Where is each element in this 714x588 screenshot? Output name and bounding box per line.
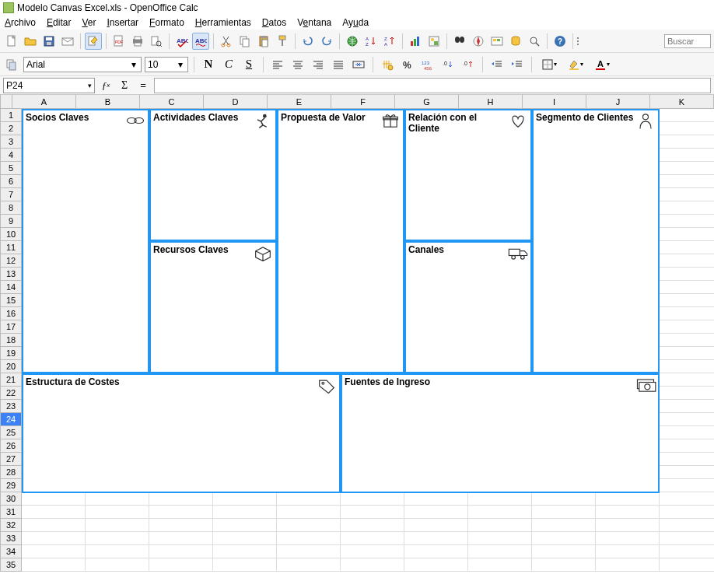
cell[interactable] — [596, 492, 660, 506]
cell[interactable] — [341, 387, 404, 400]
name-box[interactable]: P24▾ — [3, 78, 95, 93]
cell[interactable] — [22, 307, 86, 320]
cell[interactable] — [660, 373, 714, 387]
cell[interactable] — [149, 228, 213, 241]
cell[interactable] — [404, 228, 468, 241]
cell[interactable] — [149, 162, 213, 175]
cell[interactable] — [149, 413, 213, 426]
cell[interactable] — [596, 360, 660, 373]
cell[interactable] — [22, 492, 86, 506]
cell[interactable] — [404, 466, 468, 479]
cell[interactable] — [277, 347, 341, 360]
cell[interactable] — [213, 281, 277, 294]
cell[interactable] — [341, 122, 404, 135]
cell[interactable] — [341, 479, 404, 492]
cell[interactable] — [341, 453, 404, 466]
cell[interactable] — [596, 347, 660, 360]
cell[interactable] — [532, 373, 596, 387]
cell[interactable] — [341, 439, 404, 453]
row-header[interactable]: 19 — [0, 347, 22, 360]
cell[interactable] — [86, 228, 149, 241]
column-header[interactable]: G — [395, 95, 459, 109]
column-header[interactable]: A — [12, 95, 76, 109]
row-header[interactable]: 17 — [0, 320, 22, 334]
cell[interactable] — [468, 109, 532, 122]
row-header[interactable]: 15 — [0, 294, 22, 307]
cell[interactable] — [341, 426, 404, 439]
cell[interactable] — [277, 492, 341, 506]
cell[interactable] — [341, 201, 404, 215]
cell[interactable] — [532, 294, 596, 307]
menu-insertar[interactable]: Insertar — [107, 17, 138, 28]
edit-icon[interactable] — [85, 33, 102, 50]
cell[interactable] — [213, 360, 277, 373]
cell[interactable] — [660, 228, 714, 241]
navigator-icon[interactable] — [470, 33, 487, 50]
cell[interactable] — [86, 400, 149, 413]
cell[interactable] — [660, 294, 714, 307]
cell[interactable] — [277, 387, 341, 400]
cell[interactable] — [149, 519, 213, 532]
cell[interactable] — [341, 162, 404, 175]
cell[interactable] — [22, 387, 86, 400]
cell[interactable] — [404, 519, 468, 532]
cell[interactable] — [213, 109, 277, 122]
cell[interactable] — [213, 439, 277, 453]
column-header[interactable]: D — [204, 95, 268, 109]
cell[interactable] — [86, 439, 149, 453]
cell[interactable] — [341, 466, 404, 479]
cell[interactable] — [468, 294, 532, 307]
column-header[interactable]: C — [140, 95, 204, 109]
cell[interactable] — [596, 466, 660, 479]
cell[interactable] — [468, 149, 532, 162]
cell[interactable] — [213, 122, 277, 135]
align-left-icon[interactable] — [269, 56, 286, 73]
row-header[interactable]: 27 — [0, 453, 22, 466]
row-header[interactable]: 21 — [0, 373, 22, 387]
cell[interactable] — [277, 439, 341, 453]
cell[interactable] — [532, 466, 596, 479]
cell[interactable] — [213, 228, 277, 241]
cell[interactable] — [213, 387, 277, 400]
cell[interactable] — [468, 188, 532, 201]
align-center-icon[interactable] — [289, 56, 306, 73]
cell[interactable] — [149, 479, 213, 492]
cell[interactable] — [532, 453, 596, 466]
cell[interactable] — [404, 109, 468, 122]
cell[interactable] — [213, 241, 277, 254]
cell[interactable] — [596, 228, 660, 241]
cell[interactable] — [532, 426, 596, 439]
cell[interactable] — [468, 479, 532, 492]
cell[interactable] — [660, 492, 714, 506]
cell[interactable] — [149, 135, 213, 149]
row-header[interactable]: 3 — [0, 135, 22, 149]
format-paint-icon[interactable] — [274, 33, 291, 50]
cell[interactable] — [660, 162, 714, 175]
cell[interactable] — [277, 360, 341, 373]
cell[interactable] — [277, 122, 341, 135]
row-header[interactable]: 31 — [0, 506, 22, 519]
cell[interactable] — [86, 320, 149, 334]
cell[interactable] — [404, 307, 468, 320]
cell[interactable] — [532, 307, 596, 320]
cell[interactable] — [277, 268, 341, 281]
cell[interactable] — [660, 201, 714, 215]
cell[interactable] — [404, 558, 468, 572]
cell[interactable] — [596, 373, 660, 387]
paste-icon[interactable] — [255, 33, 272, 50]
remove-decimal-icon[interactable]: .0 — [460, 56, 477, 73]
cell[interactable] — [468, 268, 532, 281]
cell[interactable] — [596, 453, 660, 466]
row-header[interactable]: 16 — [0, 307, 22, 320]
percent-icon[interactable]: % — [399, 56, 416, 73]
cell[interactable] — [213, 426, 277, 439]
cell[interactable] — [468, 281, 532, 294]
cell[interactable] — [596, 135, 660, 149]
cell[interactable] — [86, 506, 149, 519]
cell[interactable] — [213, 413, 277, 426]
cell[interactable] — [404, 188, 468, 201]
cell[interactable] — [277, 466, 341, 479]
cell[interactable] — [532, 360, 596, 373]
cell[interactable] — [22, 545, 86, 558]
cell[interactable] — [149, 347, 213, 360]
